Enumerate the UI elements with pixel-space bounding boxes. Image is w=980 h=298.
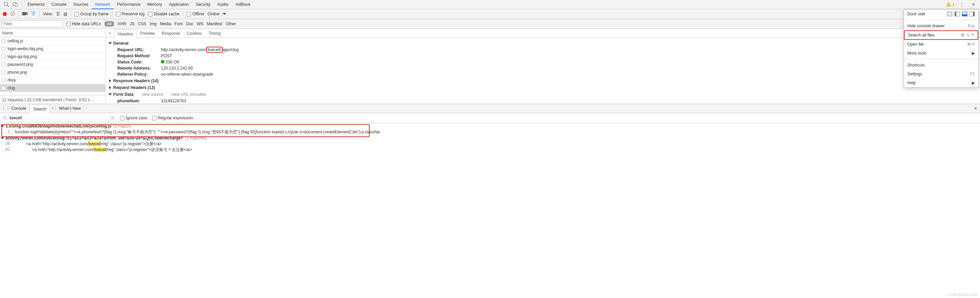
warning-badge[interactable]: 1 <box>946 2 955 7</box>
request-list-header-name[interactable]: Name <box>0 29 105 37</box>
group-by-frame-checkbox[interactable]: Group by frame <box>74 11 108 16</box>
close-details-icon[interactable]: × <box>106 31 114 36</box>
disable-cache-checkbox[interactable]: Disable cache <box>148 11 179 16</box>
result-line[interactable]: 1function loginValidate(e){return""==e.p… <box>0 129 980 135</box>
tab-response[interactable]: Response <box>158 29 183 38</box>
view-url-encoded-link[interactable]: view URL encoded <box>172 91 205 97</box>
filter-icon[interactable] <box>31 11 36 17</box>
ignore-case-checkbox[interactable]: Ignore case <box>120 116 147 120</box>
menu-separator <box>904 20 978 20</box>
file-icon <box>2 47 5 51</box>
drawer-tab-console[interactable]: Console <box>8 104 30 113</box>
online-label[interactable]: Online <box>208 11 220 16</box>
filter-type-img[interactable]: Img <box>150 21 156 26</box>
tab-security[interactable]: Security <box>192 0 214 9</box>
view-overview-icon[interactable]: ▤ <box>64 11 67 16</box>
offline-checkbox[interactable]: Offline <box>186 11 204 16</box>
tab-sources[interactable]: Sources <box>70 0 92 9</box>
clear-icon[interactable] <box>10 11 15 17</box>
tab-network[interactable]: Network <box>92 0 113 9</box>
filter-type-ws[interactable]: WS <box>197 21 203 26</box>
request-item[interactable]: phone.png <box>0 69 105 76</box>
tab-timing[interactable]: Timing <box>205 29 224 38</box>
section-request-headers[interactable]: Request Headers (12) <box>109 84 977 91</box>
record-button[interactable] <box>3 12 7 16</box>
highlight-livecell: livecell/ <box>206 47 222 53</box>
menu-hide-drawer[interactable]: Hide console drawerEsc <box>904 21 978 30</box>
filter-type-js[interactable]: JS <box>130 21 134 26</box>
menu-settings[interactable]: SettingsF1 <box>904 70 978 78</box>
filter-type-xhr[interactable]: XHR <box>118 21 126 26</box>
tab-performance[interactable]: Performance <box>113 0 144 9</box>
drawer-close-icon[interactable]: ✕ <box>971 106 980 111</box>
filter-type-doc[interactable]: Doc <box>186 21 193 26</box>
result-file[interactable]: s.xnimg.cn/a86836/wap/mobile/wechatLive/… <box>0 123 980 129</box>
view-list-icon[interactable]: ☰ <box>56 11 60 16</box>
request-item[interactable]: celllog.js <box>0 37 105 45</box>
dock-bottom-icon[interactable] <box>962 11 967 16</box>
svg-rect-5 <box>22 12 26 15</box>
section-response-headers[interactable]: Response Headers (14) <box>109 77 977 84</box>
file-icon <box>2 39 5 43</box>
row-referrer-policy: Referrer Policy:no-referrer-when-downgra… <box>109 71 977 77</box>
tab-application[interactable]: Application <box>165 0 192 9</box>
menu-help[interactable]: Help▶ <box>904 78 978 87</box>
drawer-tab-close-icon[interactable]: × <box>50 106 55 111</box>
hide-data-urls-checkbox[interactable]: Hide data URLs <box>66 21 101 26</box>
filter-type-font[interactable]: Font <box>175 21 183 26</box>
tab-audits[interactable]: Audits <box>214 0 232 9</box>
tab-adblock[interactable]: AdBlock <box>232 0 254 9</box>
filter-type-manifest[interactable]: Manifest <box>207 21 222 26</box>
filter-type-css[interactable]: CSS <box>138 21 146 26</box>
row-request-url: Request URL: http://activity.renren.com/… <box>109 47 977 53</box>
menu-more-tools[interactable]: More tools▶ <box>904 49 978 57</box>
inspect-icon[interactable] <box>2 1 11 8</box>
request-item[interactable]: login-weibo-big.png <box>0 45 105 53</box>
filter-type-all[interactable]: All <box>104 21 114 27</box>
request-item[interactable]: password.png <box>0 61 105 69</box>
section-general[interactable]: General <box>109 40 977 47</box>
device-toggle-icon[interactable] <box>11 1 20 8</box>
result-line[interactable]: 26 <a href="http://activity.renren.com/l… <box>0 141 980 147</box>
dock-undock-icon[interactable] <box>947 11 952 16</box>
request-item[interactable]: login-qq-big.png <box>0 53 105 61</box>
dock-right-icon[interactable] <box>969 11 975 16</box>
menu-dock-side: Dock side <box>904 10 978 18</box>
tab-cookies[interactable]: Cookies <box>183 29 205 38</box>
clear-search-icon[interactable]: × <box>110 115 115 121</box>
filter-type-other[interactable]: Other <box>226 21 236 26</box>
tab-memory[interactable]: Memory <box>144 0 165 9</box>
camera-icon[interactable] <box>22 11 28 17</box>
section-form-data[interactable]: Form Data view source view URL encoded <box>109 91 977 98</box>
tab-preview[interactable]: Preview <box>137 29 158 38</box>
tab-elements[interactable]: Elements <box>24 0 48 9</box>
filter-type-media[interactable]: Media <box>160 21 171 26</box>
view-label: View: <box>43 11 53 16</box>
throttling-dropdown-icon[interactable] <box>223 13 226 15</box>
result-line[interactable]: 42 <a href="http://activity.renren.com/l… <box>0 147 980 153</box>
preserve-log-checkbox[interactable]: Preserve log <box>116 11 145 16</box>
drawer-tab-search[interactable]: Search <box>30 104 50 113</box>
view-source-link[interactable]: view source <box>142 91 163 97</box>
search-input[interactable] <box>10 115 108 121</box>
drawer-tab-whatsnew[interactable]: What's New <box>56 104 84 113</box>
more-icon[interactable]: ⋮ <box>958 1 966 8</box>
tab-console[interactable]: Console <box>48 0 70 9</box>
main-menu: Dock side Hide console drawerEsc Search … <box>904 9 978 88</box>
drawer-more-icon[interactable]: ⋮ <box>0 106 8 111</box>
close-devtools-icon[interactable]: ✕ <box>969 1 978 8</box>
row-status-code: Status Code:200 OK <box>109 59 977 65</box>
filter-input[interactable] <box>2 21 63 27</box>
request-item[interactable]: clog <box>0 84 105 92</box>
regex-checkbox[interactable]: Regular expression <box>152 116 193 120</box>
tab-headers[interactable]: Headers <box>114 29 137 38</box>
request-item[interactable]: rKey <box>0 76 105 84</box>
menu-open-file[interactable]: Open file⌘ P <box>904 40 978 49</box>
file-icon <box>2 54 5 59</box>
submenu-arrow-icon: ▶ <box>972 51 975 56</box>
dock-left-icon[interactable] <box>955 11 960 16</box>
menu-shortcuts[interactable]: Shortcuts <box>904 61 978 70</box>
file-icon <box>2 78 5 82</box>
result-file[interactable]: activity.renren.com/livecell/log?c1=&c2=… <box>0 135 980 141</box>
menu-search-all-files[interactable]: Search all files⌘ ⌥ F <box>904 30 978 40</box>
